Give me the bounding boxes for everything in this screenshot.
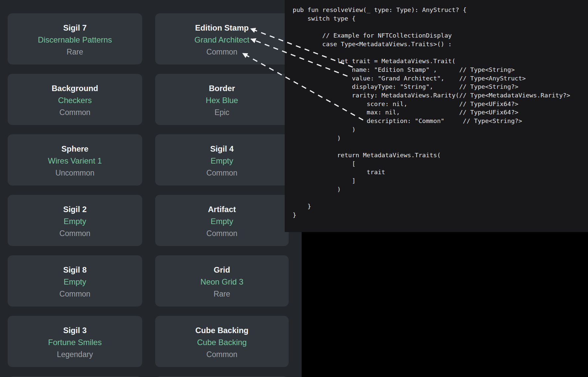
trait-rarity: Rare (155, 288, 289, 300)
trait-rarity: Legendary (8, 348, 142, 360)
trait-name: Edition Stamp (155, 22, 289, 34)
trait-card: Sphere Wires Varient 1 Uncommon (8, 134, 142, 186)
trait-name: Sigil 7 (8, 22, 142, 34)
trait-value: Cube Backing (155, 336, 289, 348)
trait-value: Hex Blue (155, 94, 289, 106)
trait-card: Artifact Empty Common (155, 195, 289, 246)
trait-rarity: Epic (155, 106, 289, 118)
trait-value: Neon Grid 3 (155, 276, 289, 288)
code-text: pub fun resolveView(_ type: Type): AnySt… (293, 6, 588, 219)
code-panel: pub fun resolveView(_ type: Type): AnySt… (285, 0, 588, 232)
trait-card: Cube Backing Cube Backing Common (155, 316, 289, 367)
trait-value: Empty (155, 215, 289, 227)
traits-grid: Sigil 7 Discernable Patterns Rare Editio… (8, 13, 289, 377)
trait-name: Sphere (8, 143, 142, 155)
trait-rarity: Common (8, 227, 142, 239)
trait-card: Edition Stamp Grand Architect Common (155, 13, 289, 64)
trait-name: Sigil 3 (8, 324, 142, 336)
trait-card: Background Checkers Common (8, 74, 142, 125)
trait-card: Sigil 3 Fortune Smiles Legendary (8, 316, 142, 367)
trait-value: Checkers (8, 94, 142, 106)
trait-name: Sigil 8 (8, 264, 142, 276)
trait-value: Empty (155, 155, 289, 167)
trait-card: Sigil 7 Discernable Patterns Rare (8, 13, 142, 64)
trait-value: Wires Varient 1 (8, 155, 142, 167)
trait-card: Sigil 4 Empty Common (155, 134, 289, 186)
trait-rarity: Uncommon (8, 167, 142, 179)
trait-card: Sigil 8 Empty Common (8, 255, 142, 307)
trait-name: Background (8, 82, 142, 94)
trait-rarity: Common (155, 227, 289, 239)
trait-value: Grand Architect (155, 34, 289, 46)
trait-value: Empty (8, 276, 142, 288)
trait-name: Sigil 4 (155, 143, 289, 155)
trait-rarity: Common (8, 106, 142, 118)
trait-name: Border (155, 82, 289, 94)
trait-value: Fortune Smiles (8, 336, 142, 348)
trait-rarity: Common (155, 46, 289, 58)
trait-card: Border Hex Blue Epic (155, 74, 289, 125)
trait-rarity: Common (155, 167, 289, 179)
trait-card: Grid Neon Grid 3 Rare (155, 255, 289, 307)
trait-card: Sigil 2 Empty Common (8, 195, 142, 246)
trait-rarity: Rare (8, 46, 142, 58)
trait-rarity: Common (155, 348, 289, 360)
trait-rarity: Common (8, 288, 142, 300)
trait-name: Sigil 2 (8, 203, 142, 215)
trait-name: Artifact (155, 203, 289, 215)
nft-traits-screen: Sigil 7 Discernable Patterns Rare Editio… (0, 0, 588, 377)
traits-page: Sigil 7 Discernable Patterns Rare Editio… (0, 0, 302, 377)
trait-value: Empty (8, 215, 142, 227)
trait-name: Cube Backing (155, 324, 289, 336)
trait-name: Grid (155, 264, 289, 276)
trait-value: Discernable Patterns (8, 34, 142, 46)
